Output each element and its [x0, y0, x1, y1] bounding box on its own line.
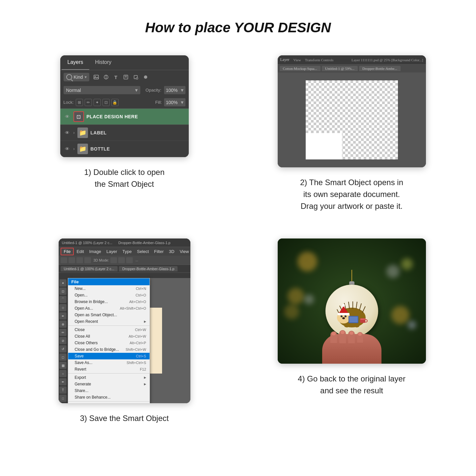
hand-shape	[322, 334, 381, 364]
menubar-edit[interactable]: Edit	[74, 248, 86, 255]
svg-point-49	[344, 324, 350, 327]
menubar-3d[interactable]: 3D	[166, 248, 177, 255]
filter-image-icon[interactable]	[93, 73, 100, 81]
menu-save-as[interactable]: Save As... Shift+Ctrl+S	[68, 359, 150, 366]
tool-heal[interactable]: ⊕	[59, 321, 67, 328]
doc-tabs-row: Cotton-Mockup-Squa... Untitled-1 @ 59%..…	[278, 65, 426, 72]
tool-history[interactable]: ↺	[59, 345, 67, 352]
christmas-scene	[278, 238, 426, 364]
tool-lasso[interactable]: ⌒	[59, 296, 67, 303]
lock-transparent-icon[interactable]: ⊞	[76, 99, 83, 106]
ps-topbar: Untitled-1 @ 100% (Layer 2 c... Dropper-…	[59, 238, 190, 247]
tool-clone[interactable]: ⊘	[59, 337, 67, 344]
doc-tab-2[interactable]: Untitled-1 @ 59%...	[322, 66, 358, 71]
filter-adjustment-icon[interactable]	[102, 73, 110, 81]
menubar-filter[interactable]: Filter	[152, 248, 166, 255]
menu-open-recent[interactable]: Open Recent	[68, 318, 150, 325]
filter-effect-icon[interactable]	[142, 73, 149, 81]
tool-dodge[interactable]: ○	[59, 370, 67, 377]
toolbar-icon-3	[76, 257, 83, 263]
lock-position-icon[interactable]: ✦	[94, 99, 101, 106]
menu-open[interactable]: Open... Ctrl+O	[68, 292, 150, 298]
menu-new[interactable]: New... Ctrl+N	[68, 285, 150, 292]
layer-row-bottle[interactable]: 👁 › 📁 BOTTLE	[60, 141, 189, 157]
layer-row-place-design[interactable]: 👁 PLACE DESIGN HERE	[60, 109, 189, 125]
hand-with-ornament	[322, 270, 381, 364]
ps-canvas-wrapper: Where is Santa?	[68, 278, 190, 403]
menu-export[interactable]: Export	[68, 374, 150, 381]
visibility-icon-2[interactable]: 👁	[64, 129, 71, 136]
visibility-icon-1[interactable]: 👁	[64, 113, 71, 120]
tool-crop[interactable]: ⊹	[59, 304, 67, 311]
doc-tab-1[interactable]: Cotton-Mockup-Squa...	[280, 66, 321, 71]
tool-move[interactable]: ✦	[59, 279, 67, 287]
photoshop-layers-panel: Layers History Kind ▾	[60, 55, 189, 157]
menu-open-recent-label: Open Recent	[75, 319, 98, 324]
menu-close-others[interactable]: Close Others Alt+Ctrl+P	[68, 340, 150, 346]
layer-row-label[interactable]: 👁 › 📁 LABEL	[60, 125, 189, 141]
visibility-icon-3[interactable]: 👁	[64, 145, 71, 153]
menu-close[interactable]: Close Ctrl+W	[68, 326, 150, 333]
tab-layers[interactable]: Layers	[62, 55, 89, 70]
tool-eyedrop[interactable]: ✒	[59, 312, 67, 320]
menu-new-label: New...	[75, 286, 86, 291]
doc-tab-3[interactable]: Dropper-Bottle-Ambe...	[359, 66, 401, 71]
doc-tab2-1[interactable]: Untitled-1 @ 100% (Layer 2 c...	[61, 266, 118, 271]
menu-open-as-shortcut: Alt+Shift+Ctrl+O	[120, 306, 146, 310]
layer-name-3: BOTTLE	[91, 146, 110, 152]
fill-label: Fill:	[155, 100, 162, 105]
menubar-layer[interactable]: Layer	[104, 248, 120, 255]
tool-text[interactable]: T	[59, 386, 67, 394]
tool-eraser[interactable]: ◻	[59, 353, 67, 361]
menu-open-shortcut: Ctrl+O	[136, 293, 146, 297]
3d-mode-label: 3D Mode:	[94, 258, 109, 262]
menu-revert[interactable]: Revert F12	[68, 366, 150, 373]
doc-info: Layer 1111111.psd @ 25% [Background Colo…	[351, 58, 423, 62]
svg-point-43	[345, 315, 347, 317]
menu-search-stock[interactable]: Search Adobe Stock...	[68, 402, 150, 403]
menubar-type[interactable]: Type	[120, 248, 134, 255]
menu-browse-bridge[interactable]: Browse in Bridge... Alt+Ctrl+O	[68, 298, 150, 305]
tab-history[interactable]: History	[89, 55, 118, 70]
tool-gradient[interactable]: ▦	[59, 362, 67, 369]
menubar-image[interactable]: Image	[87, 248, 104, 255]
menu-save[interactable]: Save Ctrl+S	[68, 353, 150, 359]
smart-object-canvas	[306, 80, 398, 159]
lock-fill-row: Lock: ⊞ ✏ ✦ ⊡ 🔒 Fill: 100% ▾	[60, 96, 189, 109]
filter-smart-icon[interactable]	[132, 73, 139, 81]
lock-pixels-icon[interactable]: ✏	[85, 99, 92, 106]
svg-point-44	[342, 316, 342, 316]
ps-side-toolbar: ✦ ⊡ ⌒ ⊹ ✒ ⊕ ✏ ⊘ ↺ ◻ ▦ ○ ✒ T □	[59, 278, 68, 403]
expand-arrow-2[interactable]: ›	[73, 130, 75, 135]
tool-shape[interactable]: □	[59, 395, 67, 402]
menu-close-shortcut: Ctrl+W	[135, 328, 146, 332]
ps-toolbar: 3D Mode: ...	[59, 256, 190, 265]
menu-item-layer: Layer	[280, 57, 290, 62]
lock-all-icon[interactable]: 🔒	[111, 99, 119, 106]
menubar-view[interactable]: View	[177, 248, 190, 255]
menu-open-smart[interactable]: Open as Smart Object...	[68, 312, 150, 318]
menu-generate[interactable]: Generate	[68, 381, 150, 387]
tool-pen[interactable]: ✒	[59, 378, 67, 385]
menu-share-behance[interactable]: Share on Behance...	[68, 394, 150, 401]
menubar-select[interactable]: Select	[134, 248, 152, 255]
menu-close-all[interactable]: Close All Alt+Ctrl+W	[68, 333, 150, 340]
layer-name-1: PLACE DESIGN HERE	[87, 114, 138, 119]
filter-text-icon[interactable]: T	[112, 73, 120, 81]
menubar-file[interactable]: File	[61, 248, 74, 255]
expand-arrow-3[interactable]: ›	[73, 147, 75, 151]
tool-brush[interactable]: ✏	[59, 329, 67, 336]
svg-rect-52	[360, 319, 365, 320]
kind-dropdown-arrow[interactable]: ▾	[85, 75, 87, 79]
step-2-cell: Layer View Transform Controls Layer 1111…	[255, 55, 449, 212]
menu-share[interactable]: Share...	[68, 387, 150, 394]
hedgehog-illustration	[330, 291, 373, 331]
menu-close-all-shortcut: Alt+Ctrl+W	[128, 334, 146, 338]
svg-point-45	[346, 316, 346, 316]
doc-tab2-2[interactable]: Dropper-Bottle-Amber-Glass-1.p	[119, 266, 178, 271]
menu-open-as[interactable]: Open As... Alt+Shift+Ctrl+O	[68, 305, 150, 312]
filter-shape-icon[interactable]	[122, 73, 129, 81]
lock-artboard-icon[interactable]: ⊡	[102, 99, 110, 106]
tool-select[interactable]: ⊡	[59, 288, 67, 295]
menu-close-go-bridge[interactable]: Close and Go to Bridge... Shift+Ctrl+W	[68, 346, 150, 353]
